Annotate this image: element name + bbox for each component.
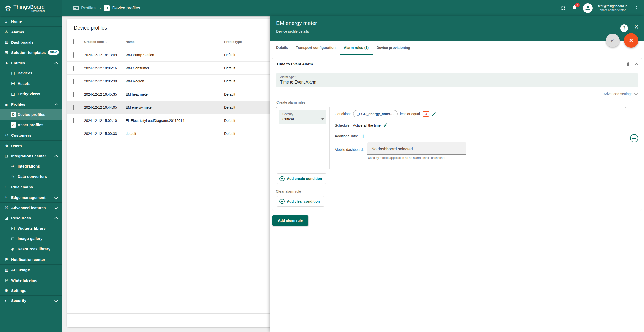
severity-select[interactable]: Severity Critical bbox=[279, 110, 326, 124]
logo-subtitle: Professional bbox=[30, 9, 45, 12]
mobile-dashboard-select[interactable]: No dashboard selected bbox=[367, 142, 466, 155]
sidebar-item-security[interactable]: ◐ Security bbox=[0, 295, 62, 306]
sort-desc-icon: ↓ bbox=[105, 40, 107, 44]
column-created-time[interactable]: Created time↓ bbox=[84, 40, 126, 44]
sidebar-item-widgets-library[interactable]: ◰ Widgets library bbox=[0, 223, 62, 233]
row-checkbox[interactable] bbox=[73, 52, 74, 58]
notifications-bell-icon[interactable]: 2 bbox=[571, 5, 577, 12]
panel-header: EM energy meter Device profile details ?… bbox=[270, 16, 644, 41]
circle-plus-icon bbox=[279, 176, 285, 181]
tab-details[interactable]: Details bbox=[272, 41, 292, 55]
row-checkbox[interactable] bbox=[73, 105, 74, 110]
delete-alarm-rule-icon[interactable] bbox=[626, 62, 630, 67]
data-converters-icon: ⇆ bbox=[11, 174, 18, 179]
severity-label: Severity bbox=[282, 112, 324, 116]
sidebar-item-image-gallery[interactable]: ◻ Image gallery bbox=[0, 233, 62, 244]
tab-device-provisioning[interactable]: Device provisioning bbox=[373, 41, 414, 55]
sidebar-item-entity-views[interactable]: ◫ Entity views bbox=[0, 89, 62, 99]
create-alarm-rules-label: Create alarm rules bbox=[276, 100, 638, 104]
entities-icon: ▲ bbox=[5, 61, 11, 65]
more-menu-icon[interactable]: ⋮ bbox=[633, 5, 640, 11]
add-clear-condition-button[interactable]: Add clear condition bbox=[276, 196, 325, 207]
sidebar-item-settings[interactable]: ⚙ Settings bbox=[0, 285, 62, 295]
severity-value: Critical bbox=[282, 117, 294, 121]
add-additional-info-icon[interactable]: + bbox=[361, 133, 365, 139]
row-checkbox[interactable] bbox=[73, 92, 74, 97]
breadcrumb-device-profiles[interactable]: D Device profiles bbox=[104, 5, 140, 11]
white-labeling-icon: ⚐ bbox=[5, 278, 11, 283]
integrations-center-icon: ⊡ bbox=[5, 154, 11, 158]
mobile-dashboard-hint: Used by mobile application as an alarm d… bbox=[367, 156, 466, 160]
remove-alarm-rule-icon[interactable] bbox=[630, 134, 638, 142]
sidebar-item-rule-chains[interactable]: ⟨⋯⟩ Rule chains bbox=[0, 182, 62, 192]
sidebar-item-resources-library[interactable]: ◈ Resources library bbox=[0, 244, 62, 254]
chevron-down-icon bbox=[54, 206, 58, 209]
chevron-down-icon bbox=[54, 196, 58, 199]
sidebar-item-api-usage[interactable]: ▥ API usage bbox=[0, 264, 62, 275]
users-icon: ☻ bbox=[5, 143, 11, 148]
mobile-dashboard-label: Mobile dashboard: bbox=[335, 148, 364, 152]
thingsboard-logo-icon: ⚙ bbox=[5, 4, 11, 13]
close-icon[interactable]: × bbox=[634, 24, 638, 31]
user-avatar[interactable] bbox=[583, 3, 593, 13]
sidebar-item-entities[interactable]: ▲ Entities bbox=[0, 58, 62, 68]
sidebar-item-users[interactable]: ☻ Users bbox=[0, 140, 62, 151]
fullscreen-icon[interactable] bbox=[560, 5, 566, 11]
sidebar-item-edge-management[interactable]: ⌖ Edge management bbox=[0, 192, 62, 202]
chevron-up-icon bbox=[54, 155, 58, 158]
add-create-condition-button[interactable]: Add create condition bbox=[276, 173, 327, 184]
help-icon[interactable]: ? bbox=[620, 24, 628, 32]
row-checkbox[interactable] bbox=[73, 79, 74, 84]
edit-schedule-icon[interactable] bbox=[383, 123, 388, 128]
condition-key-chip[interactable]: _ECD_energy_cons… bbox=[353, 110, 398, 117]
row-checkbox[interactable] bbox=[73, 118, 74, 123]
settings-gear-icon: ⚙ bbox=[5, 288, 11, 293]
sidebar-item-customers[interactable]: ☺ Customers bbox=[0, 130, 62, 140]
sidebar-item-resources[interactable]: ◪ Resources bbox=[0, 213, 62, 223]
sidebar-item-device-profiles[interactable]: D Device profiles bbox=[0, 109, 62, 120]
sidebar-item-integrations-center[interactable]: ⊡ Integrations center bbox=[0, 151, 62, 161]
breadcrumb: Profiles > D Device profiles bbox=[73, 5, 140, 11]
edit-condition-icon[interactable] bbox=[432, 112, 436, 116]
tab-transport-configuration[interactable]: Transport configuration bbox=[292, 41, 340, 55]
discard-changes-button[interactable]: × bbox=[624, 33, 638, 48]
device-profile-icon: D bbox=[104, 5, 110, 11]
row-checkbox[interactable] bbox=[73, 66, 74, 71]
profiles-badge-icon bbox=[73, 6, 79, 10]
condition-operator: less or equal bbox=[400, 112, 420, 116]
column-name[interactable]: Name bbox=[126, 40, 224, 44]
tab-alarm-rules[interactable]: Alarm rules (1) bbox=[340, 41, 373, 55]
create-alarm-rule-box: Severity Critical Condition: _ECD_energy… bbox=[276, 107, 626, 169]
notification-count-badge: 2 bbox=[575, 3, 580, 7]
sidebar-item-notification-center[interactable]: ⚑ Notification center bbox=[0, 254, 62, 264]
sidebar-item-profiles[interactable]: ▣ Profiles bbox=[0, 99, 62, 109]
select-all-checkbox[interactable] bbox=[73, 39, 74, 44]
condition-label: Condition: bbox=[335, 112, 351, 116]
sidebar-item-devices[interactable]: ▢ Devices bbox=[0, 68, 62, 78]
image-gallery-icon: ◻ bbox=[11, 236, 18, 241]
user-info: test@thingsboard.io Tenant administrator bbox=[598, 4, 627, 12]
apply-changes-button[interactable]: ✓ bbox=[606, 34, 620, 47]
sidebar-item-solution-templates[interactable]: ⊞ Solution templates NEW bbox=[0, 47, 62, 58]
sidebar-item-assets[interactable]: ▤ Assets bbox=[0, 78, 62, 89]
sidebar-item-white-labeling[interactable]: ⚐ White labeling bbox=[0, 275, 62, 285]
add-alarm-rule-button[interactable]: Add alarm rule bbox=[272, 215, 308, 226]
customers-icon: ☺ bbox=[5, 133, 11, 137]
widgets-library-icon: ◰ bbox=[11, 226, 18, 231]
sidebar-item-dashboards[interactable]: ▦ Dashboards bbox=[0, 37, 62, 47]
sidebar-item-home[interactable]: ⌂ Home bbox=[0, 16, 62, 26]
edge-management-icon: ⌖ bbox=[5, 195, 11, 200]
thingsboard-logo[interactable]: ⚙ ThingsBoard Professional bbox=[0, 0, 62, 16]
logo-title: ThingsBoard bbox=[13, 4, 45, 10]
sidebar-item-integrations[interactable]: ⇥ Integrations bbox=[0, 161, 62, 171]
sidebar-item-alarms[interactable]: ⚠ Alarms bbox=[0, 26, 62, 37]
collapse-alarm-rule-icon[interactable] bbox=[635, 63, 638, 66]
breadcrumb-profiles[interactable]: Profiles bbox=[73, 6, 96, 11]
alarm-type-field[interactable]: Alarm type* Time to Event Alarm bbox=[276, 73, 638, 87]
advanced-settings-toggle[interactable]: Advanced settings bbox=[276, 87, 638, 96]
sidebar-item-data-converters[interactable]: ⇆ Data converters bbox=[0, 171, 62, 182]
api-usage-icon: ▥ bbox=[5, 267, 11, 272]
sidebar-item-advanced-features[interactable]: ⚒ Advanced features bbox=[0, 202, 62, 213]
sidebar-item-asset-profiles[interactable]: A Asset profiles bbox=[0, 120, 62, 130]
device-profiles-icon: D bbox=[11, 112, 16, 117]
